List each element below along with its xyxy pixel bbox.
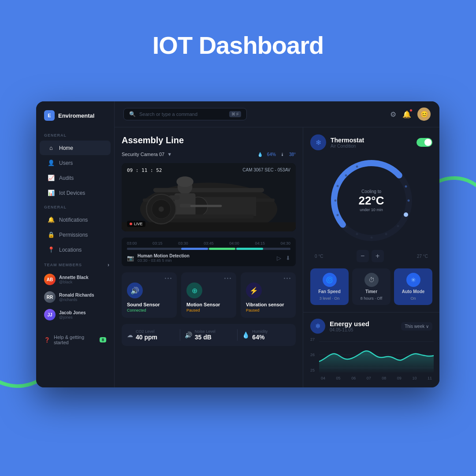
page-title: IOT Dashboard <box>0 0 476 77</box>
sidebar-item-audits-label: Audits <box>59 175 74 181</box>
auto-mode-card[interactable]: ✳ Auto Mode On <box>394 268 432 305</box>
sidebar-item-users-label: Users <box>59 160 73 166</box>
thermo-toggle[interactable] <box>416 138 432 147</box>
timer-card[interactable]: ⏱ Timer 8 hours · Off <box>352 268 390 305</box>
chart-y-labels: 27 26 25 <box>310 337 315 372</box>
detection-info: 📷 Human Motion Detection 03:30 - 03:45 5… <box>127 253 290 263</box>
content-area: Assembly Line Security Camera 07 ▼ 💧 64%… <box>115 127 439 387</box>
sidebar-item-loc-label: Locations <box>59 247 82 253</box>
general-label: GENERAL <box>36 129 114 140</box>
t7: 04:30 <box>280 241 290 245</box>
energy-date: 04.05-11.05 <box>330 327 369 332</box>
settings-icon[interactable]: ⚙ <box>390 110 396 119</box>
member-ronald[interactable]: RR Ronald Richards @richards <box>36 288 114 306</box>
sidebar-item-audits[interactable]: 📈 Audits <box>40 171 111 185</box>
home-icon: ⌂ <box>48 145 55 151</box>
t5: 04:00 <box>229 241 239 245</box>
auto-icon: ✳ <box>406 273 420 287</box>
sensor-sound[interactable]: 🔊 Sound Sensor Connected <box>122 272 177 318</box>
search-icon: 🔍 <box>129 111 136 117</box>
noise-value: 35 dB <box>195 334 216 341</box>
x-06: 06 <box>351 376 356 380</box>
detection-time: 03:30 - 03:45 5 min <box>138 258 190 263</box>
auto-val: On <box>410 296 416 301</box>
seg3 <box>209 248 236 250</box>
section-header: Assembly Line <box>122 135 296 145</box>
audits-icon: 📈 <box>48 175 55 181</box>
dial-center: Cooling to 22°C under 10 min <box>358 189 384 212</box>
member-jacob-name: Jacob Jones <box>59 310 106 315</box>
camera-scene-svg <box>122 163 296 231</box>
sidebar-item-users[interactable]: 👤 Users <box>40 156 111 170</box>
play-icon[interactable]: ▷ <box>277 255 281 261</box>
avatar-ronald: RR <box>44 291 56 303</box>
svg-point-30 <box>356 233 358 235</box>
main-content: 🔍 Search or type a command ⌘ F ⚙ 🔔 😊 <box>115 101 439 387</box>
member-ronald-handle: @richards <box>59 298 106 302</box>
sidebar-item-permissions[interactable]: 🔒 Permissions <box>40 227 111 242</box>
noise-icon: 🔊 <box>185 331 192 338</box>
sidebar-item-home[interactable]: ⌂ Home <box>40 141 111 155</box>
svg-point-21 <box>370 163 372 165</box>
svg-point-29 <box>370 237 372 239</box>
notif-dot <box>409 109 413 112</box>
users-icon: 👤 <box>48 160 55 166</box>
general2-label: GENERAL <box>36 201 114 212</box>
locations-icon: 📍 <box>48 246 55 253</box>
camera-feed: 09 : 11 : 52 CAM 3067 SEC - 053AV LIVE <box>122 163 296 231</box>
sensor-vibration[interactable]: ⚡ Vibration sensor Paused <box>241 272 296 318</box>
x-11: 11 <box>428 376 432 380</box>
sidebar-item-notifications[interactable]: 🔔 Notifications <box>40 212 111 227</box>
energy-filter[interactable]: This week ∨ <box>401 322 432 331</box>
download-icon[interactable]: ⬇ <box>286 255 290 261</box>
member-jacob-info: Jacob Jones @jones <box>59 310 106 320</box>
timeline-labels: 03:00 03:15 03:30 03:45 04:00 04:15 04:3… <box>127 241 290 245</box>
humidity-value: 64% <box>252 334 268 341</box>
timer-val: 8 hours · Off <box>361 296 382 301</box>
sound-icon: 🔊 <box>127 283 143 298</box>
seg2 <box>181 248 208 250</box>
member-jacob[interactable]: JJ Jacob Jones @jones <box>36 306 114 324</box>
sidebar-item-iot[interactable]: 📊 Iot Devices <box>40 186 111 200</box>
temp-value: 22°C <box>358 194 384 208</box>
x-08: 08 <box>382 376 386 380</box>
svg-point-36 <box>356 166 358 168</box>
svg-point-33 <box>334 200 336 202</box>
svg-point-24 <box>405 186 407 188</box>
logo-icon: E <box>44 110 55 121</box>
search-box[interactable]: 🔍 Search or type a command ⌘ F <box>123 108 247 120</box>
thermo-subtitle: Air Condition <box>331 144 412 149</box>
help-badge: 8 <box>100 337 106 342</box>
svg-point-31 <box>345 226 347 228</box>
env-humidity: 💧 Humidity 64% <box>242 329 290 341</box>
energy-line-chart <box>319 337 434 372</box>
sidebar-item-perm-label: Permissions <box>59 232 88 238</box>
fan-speed-card[interactable]: 🌀 Fan Speed 3 level · On <box>310 268 349 305</box>
notifications-bell-icon[interactable]: 🔔 <box>402 110 411 119</box>
topbar-icons: ⚙ 🔔 😊 <box>390 108 431 121</box>
svg-point-23 <box>397 173 399 175</box>
notifications-icon: 🔔 <box>48 216 55 223</box>
humidity-detail: Humidity 64% <box>252 329 268 341</box>
vibration-sensor-name: Vibration sensor <box>246 302 290 307</box>
svg-rect-18 <box>122 163 296 231</box>
y-26: 26 <box>310 353 315 357</box>
x-10: 10 <box>412 376 416 380</box>
search-placeholder: Search or type a command <box>139 112 226 117</box>
detection-detail: Human Motion Detection 03:30 - 03:45 5 m… <box>138 253 190 263</box>
camera-small-icon: 📷 <box>127 255 134 261</box>
camera-header: Security Camera 07 ▼ 💧 64% 🌡 38° <box>122 152 296 157</box>
member-annette[interactable]: AB Annette Black @black <box>36 271 114 288</box>
help-link[interactable]: ❓ Help & getting started 8 <box>36 331 114 349</box>
energy-title: Energy used <box>330 320 369 327</box>
user-avatar[interactable]: 😊 <box>417 108 431 121</box>
increase-temp-button[interactable]: + <box>372 250 384 262</box>
team-expand-icon[interactable]: › <box>108 262 110 268</box>
thermostat-icon: ❄ <box>310 134 326 150</box>
sidebar-item-locations[interactable]: 📍 Locations <box>40 242 111 257</box>
svg-point-25 <box>407 200 409 202</box>
decrease-temp-button[interactable]: − <box>357 250 369 262</box>
sensor-motion[interactable]: ⊕ Motion Sensor Paused <box>181 272 236 318</box>
right-panel: ❄ Thermostat Air Condition <box>303 127 439 387</box>
y-27: 27 <box>310 337 315 342</box>
